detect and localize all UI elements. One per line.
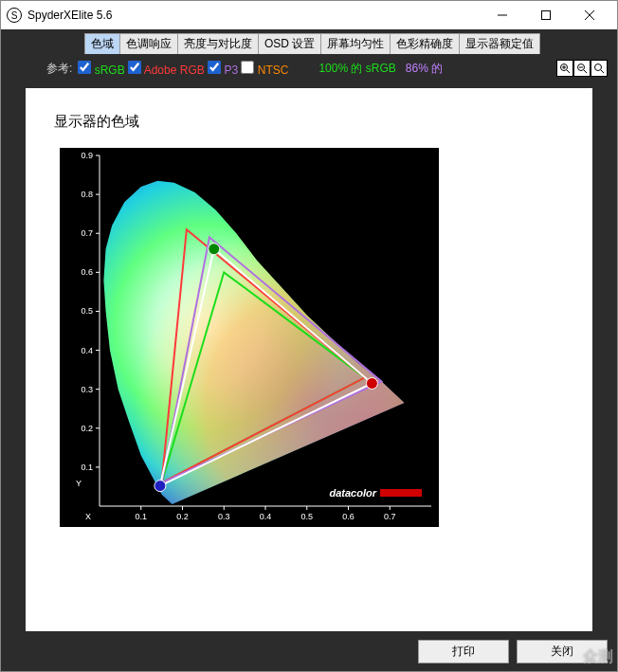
svg-text:0.2: 0.2 xyxy=(81,424,93,433)
svg-text:0.4: 0.4 xyxy=(81,346,93,355)
svg-text:0.4: 0.4 xyxy=(260,512,272,521)
tab-0[interactable]: 色域 xyxy=(84,33,120,54)
coverage-stat: 86% 的 xyxy=(406,62,443,75)
tab-5[interactable]: 色彩精确度 xyxy=(390,33,460,54)
titlebar: S SpyderXElite 5.6 xyxy=(1,1,617,29)
app-icon: S xyxy=(7,8,22,23)
svg-text:X: X xyxy=(85,512,91,521)
options-bar: 参考: sRGB Adobe RGB P3 NTSC 100% 的 sRGB86… xyxy=(1,54,617,82)
maximize-button[interactable] xyxy=(524,1,568,29)
svg-text:Y: Y xyxy=(76,479,82,488)
svg-rect-1 xyxy=(542,11,551,20)
svg-text:0.7: 0.7 xyxy=(81,228,93,238)
options-label: 参考: xyxy=(46,61,72,77)
ref-label-NTSC: NTSC xyxy=(254,64,288,77)
svg-text:0.3: 0.3 xyxy=(218,512,230,521)
svg-text:datacolor: datacolor xyxy=(329,487,376,499)
tab-6[interactable]: 显示器额定值 xyxy=(459,33,540,54)
zoom-in-icon[interactable] xyxy=(556,60,573,77)
close-window-button[interactable]: 关闭 xyxy=(517,640,608,663)
svg-text:0.5: 0.5 xyxy=(81,306,93,316)
tab-3[interactable]: OSD 设置 xyxy=(258,33,321,54)
svg-text:0.1: 0.1 xyxy=(135,512,147,521)
svg-rect-53 xyxy=(380,489,422,497)
print-button[interactable]: 打印 xyxy=(418,640,509,663)
svg-text:0.2: 0.2 xyxy=(176,512,189,521)
svg-line-12 xyxy=(601,70,604,73)
svg-line-5 xyxy=(567,70,570,73)
window-title: SpyderXElite 5.6 xyxy=(27,9,481,22)
ref-label-Adobe RGB: Adobe RGB xyxy=(141,64,208,77)
ref-checkbox-P3[interactable] xyxy=(208,61,221,74)
svg-point-49 xyxy=(366,378,377,390)
gamut-chart: 0.10.20.30.40.50.60.70.10.20.30.40.50.60… xyxy=(60,148,439,527)
tab-1[interactable]: 色调响应 xyxy=(119,33,178,54)
svg-text:0.9: 0.9 xyxy=(81,151,93,160)
ref-label-P3: P3 xyxy=(221,64,241,77)
tab-2[interactable]: 亮度与对比度 xyxy=(177,33,259,54)
svg-text:0.3: 0.3 xyxy=(81,385,93,394)
ref-checkbox-sRGB[interactable] xyxy=(78,61,91,74)
svg-line-9 xyxy=(584,70,587,73)
footer: 打印 关闭 xyxy=(1,631,617,671)
ref-checkbox-NTSC[interactable] xyxy=(241,61,254,74)
svg-text:0.8: 0.8 xyxy=(81,190,93,199)
page: 显示器的色域 0.10.20.30.40.50.60.70.10.20.30.4… xyxy=(26,88,592,631)
svg-point-51 xyxy=(154,481,166,492)
ref-checkbox-Adobe RGB[interactable] xyxy=(128,61,141,74)
svg-text:0.1: 0.1 xyxy=(81,463,93,472)
page-title: 显示器的色域 xyxy=(54,113,564,131)
zoom-out-icon[interactable] xyxy=(573,60,591,77)
svg-text:0.6: 0.6 xyxy=(81,267,93,277)
svg-text:0.6: 0.6 xyxy=(342,512,354,521)
svg-point-50 xyxy=(209,244,220,255)
svg-text:0.7: 0.7 xyxy=(384,512,396,521)
coverage-stat: 100% 的 sRGB xyxy=(318,62,395,75)
ref-label-sRGB: sRGB xyxy=(91,64,128,77)
svg-point-11 xyxy=(595,64,602,71)
tabbar: 色域色调响应亮度与对比度OSD 设置屏幕均匀性色彩精确度显示器额定值 xyxy=(1,29,617,54)
close-button[interactable] xyxy=(568,1,611,29)
tab-4[interactable]: 屏幕均匀性 xyxy=(320,33,391,54)
minimize-button[interactable] xyxy=(481,1,524,29)
svg-text:0.5: 0.5 xyxy=(300,512,313,521)
zoom-fit-icon[interactable] xyxy=(591,60,608,77)
